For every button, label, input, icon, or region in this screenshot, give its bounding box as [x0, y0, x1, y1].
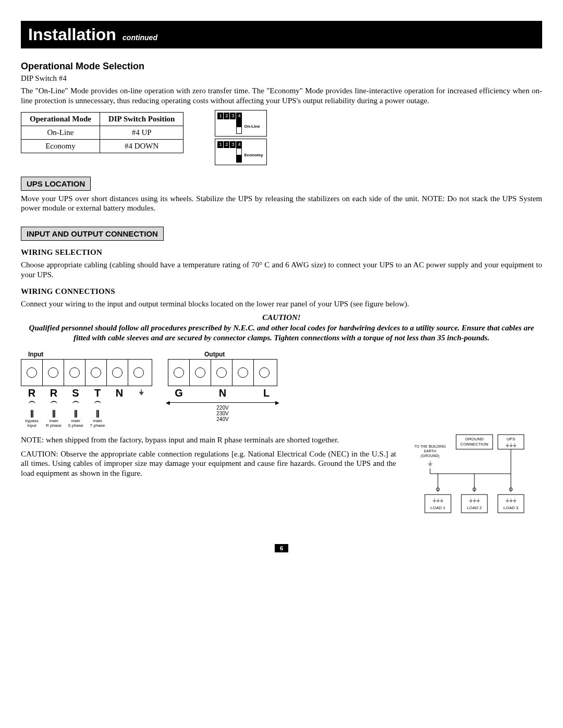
- svg-text:⏚⏚⏚: ⏚⏚⏚: [469, 497, 480, 503]
- svg-text:LOAD 2: LOAD 2: [467, 505, 482, 510]
- page-number: 6: [21, 544, 542, 552]
- caution-heading: CAUTION!: [21, 313, 542, 323]
- input-terminal-block: Input R R S T N ⏚ ⏜ǁ ⏜ǁ ⏜ǁ ⏜ǁ bypass inp…: [21, 351, 152, 428]
- dip-switch-4-up: [236, 119, 242, 134]
- svg-text:⏚⏚⏚: ⏚⏚⏚: [506, 441, 517, 448]
- ground-icon: ⏚: [130, 387, 152, 399]
- note-shorted: NOTE: when shipped from the factory, byp…: [21, 435, 396, 445]
- output-terminal-block: Output G N L ◀ ▶ 220V 230V 240V: [168, 351, 277, 422]
- table-cell: #4 UP: [100, 126, 183, 139]
- caution-block: CAUTION! Qualified personnel should foll…: [21, 313, 542, 343]
- wiring-connections-paragraph: Connect your wiring to the input and out…: [21, 299, 542, 309]
- terminal-diagram: Input R R S T N ⏚ ⏜ǁ ⏜ǁ ⏜ǁ ⏜ǁ bypass inp…: [21, 351, 542, 428]
- table-cell: On-Line: [21, 126, 100, 139]
- svg-text:UPS: UPS: [507, 437, 515, 441]
- table-header-mode: Operational Mode: [21, 112, 100, 126]
- svg-text:⏚⏚⏚: ⏚⏚⏚: [433, 497, 444, 503]
- caution-text: Qualified personnel should follow all pr…: [21, 323, 542, 343]
- table-cell: #4 DOWN: [100, 139, 183, 153]
- dip-diagram-online: 1 2 3 4 On-Line: [215, 110, 267, 137]
- svg-text:EARTH: EARTH: [424, 449, 436, 453]
- wiring-selection-heading: WIRING SELECTION: [21, 248, 542, 257]
- svg-text:CONNECTION: CONNECTION: [460, 442, 488, 447]
- upsloc-paragraph: Move your UPS over short distances using…: [21, 194, 542, 214]
- wiring-selection-paragraph: Choose appropriate cabling (cabling shou…: [21, 260, 542, 280]
- header-title: Installation: [28, 25, 116, 44]
- svg-text:GROUND: GROUND: [465, 437, 484, 441]
- upsloc-heading: UPS LOCATION: [21, 177, 91, 191]
- svg-text:(GROUND): (GROUND): [421, 454, 439, 458]
- opmode-paragraph: The "On-Line" Mode provides on-line oper…: [21, 86, 542, 106]
- opmode-table: Operational Mode DIP Switch Position On-…: [21, 112, 183, 153]
- table-header-dip: DIP Switch Position: [100, 112, 183, 126]
- svg-text:TO THE BUILDING: TO THE BUILDING: [414, 445, 446, 448]
- caution-cables: CAUTION: Observe the appropriate cable c…: [21, 449, 396, 478]
- svg-text:LOAD 1: LOAD 1: [431, 505, 446, 510]
- dip-switch-4-down: [236, 148, 242, 163]
- io-heading: INPUT AND OUTPUT CONNECTION: [21, 227, 164, 241]
- opmode-heading: Operational Mode Selection: [21, 61, 542, 72]
- section-header: Installation continued: [21, 21, 542, 48]
- opmode-sub: DIP Switch #4: [21, 74, 542, 83]
- ground-diagram: GROUND CONNECTION UPS ⏚⏚⏚ TO THE BUILDIN…: [407, 432, 542, 523]
- header-subtitle: continued: [123, 33, 157, 42]
- table-cell: Economy: [21, 139, 100, 153]
- wiring-connections-heading: WIRING CONNECTIONS: [21, 287, 542, 296]
- svg-text:⏚⏚⏚: ⏚⏚⏚: [506, 497, 517, 503]
- dip-diagrams: 1 2 3 4 On-Line 1 2 3 4: [215, 110, 267, 167]
- svg-text:⏚: ⏚: [428, 459, 433, 467]
- svg-text:LOAD 3: LOAD 3: [504, 505, 519, 510]
- dip-diagram-economy: 1 2 3 4 Economy: [215, 139, 267, 165]
